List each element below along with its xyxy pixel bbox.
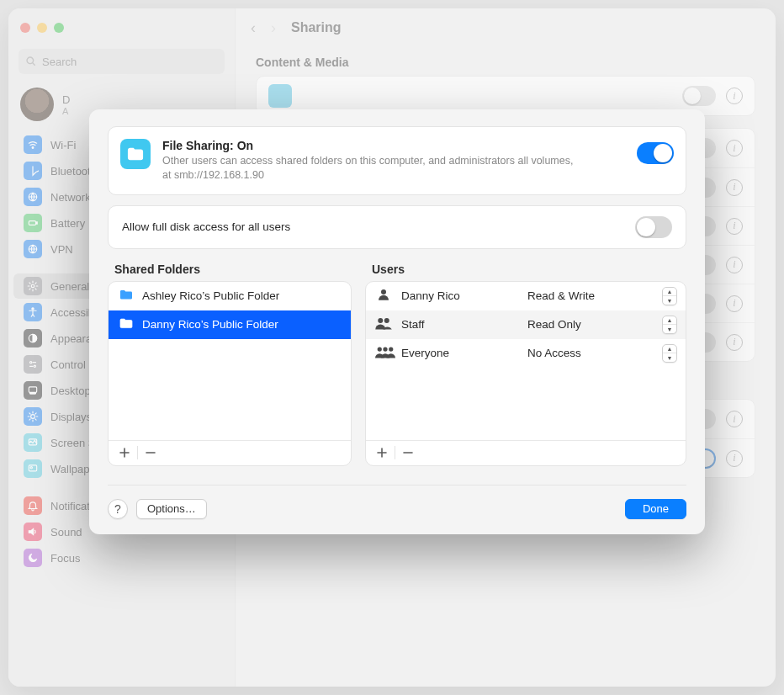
user-permission-row[interactable]: Staff Read Only ▲▼ [366, 310, 686, 339]
shared-folder-row[interactable]: Ashley Rico’s Public Folder [109, 282, 351, 310]
remove-user-button[interactable] [397, 443, 419, 462]
shared-folders-title: Shared Folders [114, 263, 348, 276]
people2-icon [374, 316, 393, 333]
user-name: Danny Rico [401, 289, 519, 302]
users-title: Users [372, 263, 683, 276]
done-button[interactable]: Done [625, 499, 686, 519]
permission-stepper[interactable]: ▲▼ [662, 287, 677, 305]
folder-icon [119, 317, 134, 332]
full-disk-access-label: Allow full disk access for all users [122, 220, 635, 233]
user-name: Staff [401, 318, 519, 331]
user-permission-row[interactable]: Everyone No Access ▲▼ [366, 339, 686, 368]
file-sharing-title: File Sharing: On [162, 139, 583, 152]
user-permission-row[interactable]: Danny Rico Read & Write ▲▼ [366, 282, 686, 310]
remove-folder-button[interactable] [140, 443, 162, 462]
users-list: Danny Rico Read & Write ▲▼ Staff Read On… [365, 281, 686, 466]
svg-point-25 [389, 348, 393, 352]
full-disk-access-panel: Allow full disk access for all users [108, 205, 686, 249]
permission-stepper[interactable]: ▲▼ [662, 344, 677, 363]
add-user-button[interactable] [371, 443, 393, 462]
user-permission: No Access [527, 347, 654, 359]
options-button[interactable]: Options… [136, 499, 207, 519]
svg-point-23 [378, 348, 382, 352]
full-disk-access-toggle[interactable] [635, 216, 672, 238]
help-button[interactable]: ? [108, 499, 128, 519]
svg-point-20 [381, 289, 386, 294]
file-sharing-icon [120, 139, 151, 169]
svg-point-21 [378, 318, 383, 323]
user-permission: Read Only [527, 318, 654, 331]
file-sharing-status-panel: File Sharing: On Other users can access … [108, 126, 686, 195]
folder-icon [119, 289, 134, 303]
people3-icon [374, 344, 393, 362]
person-icon [374, 287, 393, 305]
folder-name: Danny Rico’s Public Folder [142, 318, 278, 331]
file-sharing-description: Other users can access shared folders on… [162, 154, 583, 183]
add-folder-button[interactable] [114, 443, 135, 462]
user-permission: Read & Write [527, 289, 654, 302]
file-sharing-toggle[interactable] [637, 142, 674, 164]
svg-point-22 [384, 318, 389, 323]
user-name: Everyone [401, 347, 519, 359]
folder-name: Ashley Rico’s Public Folder [142, 289, 279, 302]
file-sharing-sheet: File Sharing: On Other users can access … [89, 109, 705, 534]
permission-stepper[interactable]: ▲▼ [662, 316, 677, 334]
svg-point-24 [383, 348, 387, 352]
shared-folders-list: Ashley Rico’s Public FolderDanny Rico’s … [108, 281, 352, 466]
shared-folder-row[interactable]: Danny Rico’s Public Folder [109, 310, 351, 339]
